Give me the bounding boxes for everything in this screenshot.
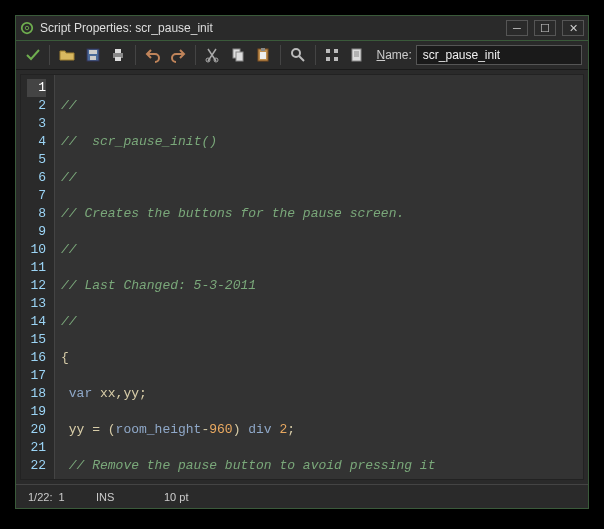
line-number: 17 bbox=[27, 367, 46, 385]
line-number: 8 bbox=[27, 205, 46, 223]
line-number: 6 bbox=[27, 169, 46, 187]
line-number: 21 bbox=[27, 439, 46, 457]
app-icon bbox=[20, 21, 34, 35]
line-number: 12 bbox=[27, 277, 46, 295]
toolbar: Name: bbox=[16, 40, 588, 70]
script-name-input[interactable] bbox=[416, 45, 582, 65]
line-number: 15 bbox=[27, 331, 46, 349]
svg-point-1 bbox=[25, 26, 29, 30]
separator bbox=[49, 45, 50, 65]
svg-rect-18 bbox=[334, 49, 338, 53]
syntax-check-button[interactable] bbox=[347, 44, 368, 66]
line-number: 10 bbox=[27, 241, 46, 259]
cut-button[interactable] bbox=[202, 44, 223, 66]
svg-rect-3 bbox=[89, 50, 97, 54]
print-button[interactable] bbox=[107, 44, 128, 66]
svg-point-15 bbox=[292, 49, 300, 57]
status-insert-mode: INS bbox=[96, 491, 136, 503]
separator bbox=[195, 45, 196, 65]
svg-rect-17 bbox=[326, 57, 330, 61]
code-editor[interactable]: 12345678910111213141516171819202122 // /… bbox=[20, 74, 584, 480]
close-button[interactable]: ✕ bbox=[562, 20, 584, 36]
line-number: 16 bbox=[27, 349, 46, 367]
separator bbox=[315, 45, 316, 65]
open-button[interactable] bbox=[56, 44, 77, 66]
svg-rect-13 bbox=[261, 48, 265, 51]
line-number: 9 bbox=[27, 223, 46, 241]
svg-rect-19 bbox=[334, 57, 338, 61]
svg-rect-16 bbox=[326, 49, 330, 53]
copy-button[interactable] bbox=[227, 44, 248, 66]
line-gutter: 12345678910111213141516171819202122 bbox=[21, 75, 55, 479]
svg-rect-14 bbox=[260, 52, 266, 59]
redo-button[interactable] bbox=[167, 44, 188, 66]
separator bbox=[135, 45, 136, 65]
line-number: 13 bbox=[27, 295, 46, 313]
line-number: 1 bbox=[27, 79, 46, 97]
titlebar[interactable]: Script Properties: scr_pause_init ─ ☐ ✕ bbox=[16, 16, 588, 40]
line-number: 14 bbox=[27, 313, 46, 331]
window-title: Script Properties: scr_pause_init bbox=[40, 21, 500, 35]
line-number: 5 bbox=[27, 151, 46, 169]
line-number: 4 bbox=[27, 133, 46, 151]
status-position: 1/22: 1 bbox=[28, 491, 68, 503]
line-number: 18 bbox=[27, 385, 46, 403]
separator bbox=[280, 45, 281, 65]
minimize-button[interactable]: ─ bbox=[506, 20, 528, 36]
svg-rect-20 bbox=[352, 49, 361, 61]
status-bar: 1/22: 1 INS 10 pt bbox=[16, 484, 588, 508]
svg-rect-6 bbox=[115, 49, 121, 53]
save-button[interactable] bbox=[82, 44, 103, 66]
line-number: 3 bbox=[27, 115, 46, 133]
find-button[interactable] bbox=[287, 44, 308, 66]
line-number: 19 bbox=[27, 403, 46, 421]
code-content[interactable]: // // scr_pause_init() // // Creates the… bbox=[55, 75, 583, 479]
line-number: 11 bbox=[27, 259, 46, 277]
confirm-button[interactable] bbox=[22, 44, 43, 66]
svg-rect-7 bbox=[115, 57, 121, 61]
status-font-size: 10 pt bbox=[164, 491, 204, 503]
name-label: Name: bbox=[376, 48, 411, 62]
line-number: 20 bbox=[27, 421, 46, 439]
svg-rect-4 bbox=[90, 56, 96, 60]
line-number: 2 bbox=[27, 97, 46, 115]
script-properties-window: Script Properties: scr_pause_init ─ ☐ ✕ bbox=[15, 15, 589, 509]
line-number: 22 bbox=[27, 457, 46, 475]
paste-button[interactable] bbox=[253, 44, 274, 66]
maximize-button[interactable]: ☐ bbox=[534, 20, 556, 36]
goto-line-button[interactable] bbox=[322, 44, 343, 66]
line-number: 7 bbox=[27, 187, 46, 205]
undo-button[interactable] bbox=[142, 44, 163, 66]
svg-rect-11 bbox=[236, 52, 243, 61]
